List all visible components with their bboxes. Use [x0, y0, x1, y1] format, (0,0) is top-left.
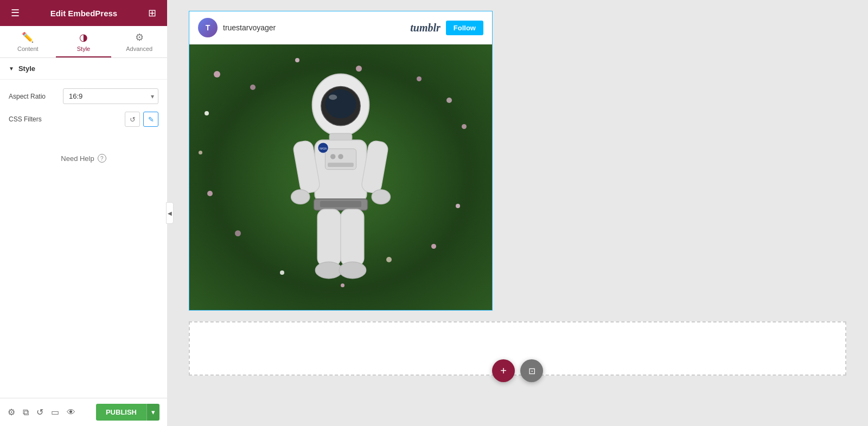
style-section-body: Aspect Ratio 16:9 4:3 1:1 9:16 Custom ▾ — [0, 80, 167, 143]
avatar-image: T — [198, 18, 218, 37]
add-section-button[interactable]: + — [492, 359, 515, 382]
svg-point-7 — [330, 154, 336, 159]
svg-text:NASA: NASA — [320, 147, 327, 150]
svg-rect-9 — [328, 163, 354, 167]
settings-icon[interactable]: ⚙ — [8, 407, 15, 417]
visibility-icon[interactable]: 👁 — [67, 408, 75, 417]
tabs-row: ✏️ Content ◑ Style ⚙ Advanced — [0, 26, 167, 58]
main-area: T truestarvoyager tumblr Follow — [167, 0, 868, 426]
folder-icon: ⊡ — [528, 366, 535, 376]
aspect-ratio-control: 16:9 4:3 1:1 9:16 Custom ▾ — [63, 88, 158, 104]
grid-button[interactable]: ⊞ — [146, 5, 158, 21]
need-help-section[interactable]: Need Help ? — [0, 143, 167, 173]
css-filters-edit-button[interactable]: ✎ — [143, 112, 158, 127]
advanced-tab-label: Advanced — [126, 46, 152, 52]
tumblr-right: tumblr Follow — [410, 21, 483, 35]
flower-dot — [235, 230, 241, 236]
tab-advanced[interactable]: ⚙ Advanced — [111, 26, 167, 57]
flower-dot — [207, 191, 213, 196]
responsive-icon[interactable]: ▭ — [51, 407, 59, 417]
grid-icon: ⊞ — [148, 7, 156, 19]
panel-header: ☰ Edit EmbedPress ⊞ — [0, 0, 167, 26]
flower-dot — [214, 71, 220, 78]
plus-icon: + — [500, 365, 507, 377]
svg-point-13 — [372, 190, 390, 204]
layers-icon[interactable]: ⧉ — [23, 408, 29, 417]
collapse-arrow-icon: ◀ — [168, 210, 172, 216]
svg-point-3 — [329, 95, 337, 100]
flower-dot — [199, 151, 202, 154]
svg-point-17 — [315, 262, 342, 278]
publish-btn-group: PUBLISH ▾ — [96, 404, 159, 421]
svg-point-19 — [339, 262, 366, 278]
bottom-bar: ⚙ ⧉ ↺ ▭ 👁 PUBLISH ▾ — [0, 398, 167, 426]
aspect-ratio-select[interactable]: 16:9 4:3 1:1 9:16 Custom — [63, 88, 158, 104]
svg-rect-18 — [341, 209, 364, 266]
left-panel: ☰ Edit EmbedPress ⊞ ✏️ Content ◑ Style ⚙… — [0, 0, 167, 426]
avatar-initials: T — [206, 23, 210, 32]
tumblr-user: T truestarvoyager — [198, 18, 276, 37]
embed-widget: T truestarvoyager tumblr Follow — [189, 11, 493, 311]
tab-style[interactable]: ◑ Style — [56, 26, 112, 57]
aspect-ratio-row: Aspect Ratio 16:9 4:3 1:1 9:16 Custom ▾ — [9, 88, 158, 104]
flower-dot — [431, 244, 436, 249]
menu-button[interactable]: ☰ — [9, 5, 22, 21]
style-tab-label: Style — [77, 46, 90, 52]
panel-title: Edit EmbedPress — [50, 9, 117, 18]
style-section-title: Style — [18, 64, 35, 73]
edit-icon: ✎ — [148, 115, 154, 124]
publish-arrow-icon: ▾ — [151, 408, 155, 416]
style-tab-icon: ◑ — [79, 31, 88, 43]
flower-dot — [295, 58, 299, 62]
tab-content[interactable]: ✏️ Content — [0, 26, 56, 57]
content-tab-label: Content — [17, 46, 39, 52]
aspect-ratio-select-wrapper: 16:9 4:3 1:1 9:16 Custom ▾ — [63, 88, 158, 104]
floating-btns: + ⊡ — [183, 359, 852, 382]
flower-dot — [250, 85, 256, 90]
reset-icon: ↺ — [130, 115, 136, 124]
tumblr-header: T truestarvoyager tumblr Follow — [189, 11, 492, 44]
svg-point-8 — [338, 154, 343, 159]
canvas-area: T truestarvoyager tumblr Follow — [167, 0, 868, 393]
css-filter-icons: ↺ ✎ — [125, 112, 158, 127]
tumblr-card: T truestarvoyager tumblr Follow — [189, 11, 492, 310]
css-filters-reset-button[interactable]: ↺ — [125, 112, 140, 127]
tumblr-brand: tumblr — [410, 22, 441, 34]
svg-point-2 — [325, 89, 356, 118]
css-filters-label: CSS Filters — [9, 115, 125, 123]
collapse-handle[interactable]: ◀ — [166, 202, 174, 224]
publish-button[interactable]: PUBLISH — [96, 404, 146, 421]
need-help-label: Need Help — [61, 154, 94, 163]
publish-dropdown-button[interactable]: ▾ — [146, 404, 159, 421]
svg-rect-16 — [317, 209, 341, 266]
svg-point-11 — [291, 190, 310, 204]
flower-dot — [456, 204, 460, 208]
content-tab-icon: ✏️ — [22, 31, 34, 43]
style-section-header[interactable]: ▼ Style — [0, 58, 167, 80]
css-filters-row: CSS Filters ↺ ✎ — [9, 112, 158, 127]
svg-rect-15 — [320, 201, 361, 207]
advanced-tab-icon: ⚙ — [135, 31, 144, 43]
flower-dot — [205, 111, 209, 115]
follow-button[interactable]: Follow — [446, 21, 483, 35]
astronaut-svg: NASA — [265, 69, 417, 286]
section-arrow-icon: ▼ — [9, 66, 14, 72]
history-icon[interactable]: ↺ — [36, 407, 43, 417]
panel-content: ▼ Style Aspect Ratio 16:9 4:3 1:1 9:16 C… — [0, 58, 167, 398]
tumblr-username: truestarvoyager — [223, 23, 276, 32]
flower-dot — [417, 76, 422, 81]
help-question-icon: ? — [98, 154, 106, 163]
astronaut-image: NASA — [189, 44, 492, 310]
add-template-button[interactable]: ⊡ — [520, 359, 543, 382]
aspect-ratio-label: Aspect Ratio — [9, 93, 63, 100]
bottom-icons: ⚙ ⧉ ↺ ▭ 👁 — [8, 407, 75, 417]
avatar: T — [198, 18, 218, 37]
hamburger-icon: ☰ — [11, 7, 20, 19]
